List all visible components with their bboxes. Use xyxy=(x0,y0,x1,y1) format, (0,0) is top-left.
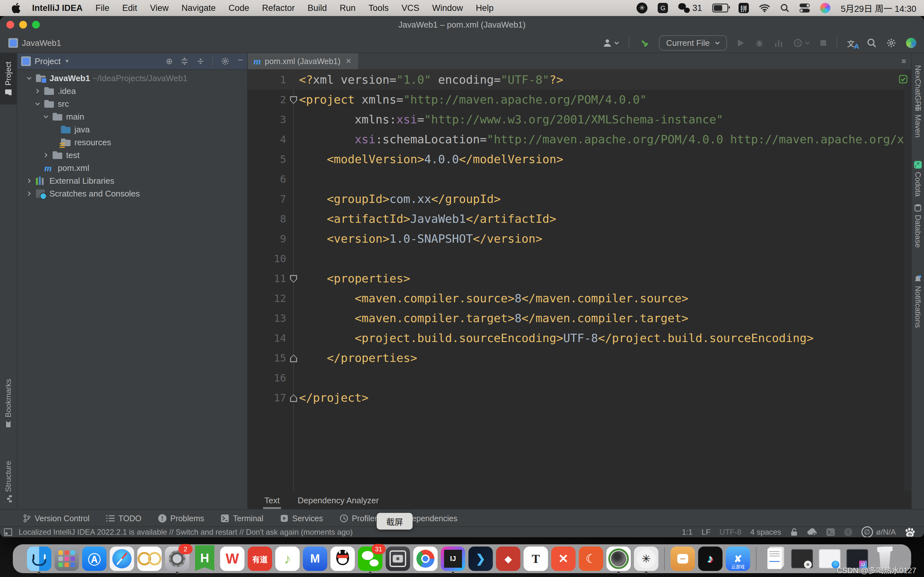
zoom-window-button[interactable] xyxy=(32,21,40,29)
tool-window-button-todo[interactable]: TODO xyxy=(106,514,142,523)
dock-icon-qq[interactable] xyxy=(330,546,355,571)
dock-icon-globe-g[interactable] xyxy=(606,546,631,571)
tree-item-pom-xml[interactable]: mpom.xml xyxy=(17,161,247,174)
dock-icon-youdao[interactable]: 有道 xyxy=(248,546,272,571)
tree-chevron-icon[interactable] xyxy=(35,88,41,94)
menu-item-file[interactable]: File xyxy=(89,3,116,13)
dock-icon-screenshot[interactable] xyxy=(386,546,410,571)
dock-icon-banner-h[interactable]: H xyxy=(192,546,217,571)
dock-icon-doc-stack[interactable] xyxy=(762,546,787,571)
tree-item-src[interactable]: src xyxy=(17,97,247,110)
baidu-input-paw-icon[interactable]: du xyxy=(905,527,915,537)
menubar-clock[interactable]: 5月29日 周一 14:30 xyxy=(841,2,916,15)
tool-stripe-project[interactable]: Project xyxy=(0,53,17,105)
dock-icon-wechat[interactable]: 31 xyxy=(358,546,383,571)
ide-services-icon[interactable] xyxy=(807,528,817,536)
tool-window-button-terminal[interactable]: Terminal xyxy=(221,514,263,523)
dock-icon-x-app[interactable]: ✕ xyxy=(551,546,575,571)
control-center-icon[interactable] xyxy=(800,3,810,13)
line-separator[interactable]: LF xyxy=(702,528,711,537)
tree-chevron-icon[interactable] xyxy=(26,178,33,184)
dock-icon-win-thumb-dark[interactable]: ✳ xyxy=(790,546,814,571)
tool-window-button-version-control[interactable]: Version Control xyxy=(23,514,89,523)
code-line-4[interactable]: 4 xsi:schemaLocation="http://maven.apach… xyxy=(248,129,911,149)
tree-chevron-icon[interactable] xyxy=(43,114,49,119)
tool-stripe-bookmarks[interactable]: Bookmarks xyxy=(0,374,17,433)
debug-button[interactable] xyxy=(754,38,764,48)
menu-item-build[interactable]: Build xyxy=(301,3,333,13)
tool-stripe-notifications[interactable]: Notifications xyxy=(912,277,924,325)
run-configuration-select[interactable]: Current File xyxy=(659,35,727,51)
menu-item-intellij-idea[interactable]: IntelliJ IDEA xyxy=(26,3,89,13)
tree-item-java[interactable]: java xyxy=(17,123,247,136)
terminal-status-icon[interactable] xyxy=(826,528,835,536)
profile-runs-button[interactable] xyxy=(774,38,783,48)
menu-item-window[interactable]: Window xyxy=(426,3,469,13)
dock-icon-chat-tan[interactable] xyxy=(670,546,695,571)
dock-icon-finder[interactable] xyxy=(27,546,51,571)
dock-icon-redis[interactable]: ◆ xyxy=(496,546,520,571)
code-line-14[interactable]: 14 <project.build.sourceEncoding>UTF-8</… xyxy=(248,328,911,348)
caret-position[interactable]: 1:1 xyxy=(682,528,692,537)
window-title-bar[interactable]: JavaWeb1 – pom.xml (JavaWeb1) xyxy=(0,16,924,33)
dock-icon-chatgpt[interactable]: ✳ xyxy=(634,546,658,571)
dock-icon-blue-m[interactable]: M xyxy=(303,546,327,571)
menu-item-tools[interactable]: Tools xyxy=(362,3,395,13)
tool-window-button-problems[interactable]: !Problems xyxy=(158,514,204,523)
translate-button[interactable]: 文A xyxy=(847,37,855,49)
code-editor[interactable]: 1<?xml version="1.0" encoding="UTF-8"?>2… xyxy=(248,70,911,491)
app-menubar-icon[interactable]: G xyxy=(658,3,668,13)
fold-marker-icon[interactable] xyxy=(290,275,297,283)
tool-stripe-database[interactable]: Database xyxy=(912,209,924,242)
project-panel-title[interactable]: Project xyxy=(35,56,61,66)
input-method-icon[interactable]: 拼 xyxy=(738,3,749,13)
tool-window-switcher-icon[interactable] xyxy=(4,528,12,536)
run-with-coverage-button[interactable] xyxy=(793,38,810,48)
dock-icon-moon[interactable]: ☾ xyxy=(579,546,603,571)
inspections-ok-icon[interactable] xyxy=(899,75,907,83)
menu-item-run[interactable]: Run xyxy=(333,3,362,13)
dock-icon-chrome[interactable] xyxy=(413,546,438,571)
code-line-12[interactable]: 12 <maven.compiler.source>8</maven.compi… xyxy=(248,288,911,308)
minimize-window-button[interactable] xyxy=(19,21,27,29)
editor-options-icon[interactable]: ≡ xyxy=(901,57,906,66)
tool-stripe-structure[interactable]: Structure xyxy=(0,455,17,508)
apple-menu-icon[interactable] xyxy=(6,3,26,13)
menu-item-refactor[interactable]: Refactor xyxy=(256,3,301,13)
tool-window-button-services[interactable]: Services xyxy=(280,514,323,523)
tree-item-resources[interactable]: resources xyxy=(17,136,247,149)
collapse-all-button[interactable] xyxy=(196,57,205,65)
wechat-menubar-icon[interactable] xyxy=(678,3,690,13)
panel-settings-button[interactable] xyxy=(221,57,230,66)
lock-icon[interactable] xyxy=(790,528,798,536)
search-everywhere-button[interactable] xyxy=(867,38,877,48)
dock-icon-dark-arrow[interactable]: ❯ xyxy=(468,546,493,571)
tool-stripe-codota[interactable]: >_Codota xyxy=(912,163,924,195)
menu-item-navigate[interactable]: Navigate xyxy=(175,3,222,13)
tree-item-main[interactable]: main xyxy=(17,110,247,123)
code-line-5[interactable]: 5 <modelVersion>4.0.0</modelVersion> xyxy=(248,149,911,169)
code-line-3[interactable]: 3 xmlns:xsi="http://www.w3.org/2001/XMLS… xyxy=(248,110,911,129)
dock-icon-rings[interactable] xyxy=(137,546,162,571)
expand-all-button[interactable] xyxy=(180,57,189,65)
code-line-2[interactable]: 2<project xmlns="http://maven.apache.org… xyxy=(248,90,911,110)
dock-icon-settings[interactable]: 2 xyxy=(165,546,189,571)
tree-item--idea[interactable]: .idea xyxy=(17,85,247,97)
chevron-down-icon[interactable]: ▼ xyxy=(65,58,69,64)
code-line-10[interactable]: 10 xyxy=(248,249,911,269)
fold-marker-icon[interactable] xyxy=(290,394,297,402)
menu-item-edit[interactable]: Edit xyxy=(116,3,144,13)
fold-marker-icon[interactable] xyxy=(290,96,297,104)
dock-icon-idea[interactable]: IJ xyxy=(441,546,465,571)
code-line-13[interactable]: 13 <maven.compiler.target>8</maven.compi… xyxy=(248,308,911,328)
dock-icon-cloud-game[interactable]: ✘云游戏 xyxy=(726,546,750,571)
tree-item-scratches-and-consoles[interactable]: Scratches and Consoles xyxy=(17,187,247,200)
stop-button[interactable] xyxy=(819,39,827,47)
editor-view-tab-text[interactable]: Text xyxy=(257,491,288,510)
status-message[interactable]: Localized IntelliJ IDEA 2022.2.1 is avai… xyxy=(19,528,352,537)
tree-chevron-icon[interactable] xyxy=(26,75,33,81)
hide-panel-button[interactable]: − xyxy=(237,55,243,65)
code-line-8[interactable]: 8 <artifactId>JavaWeb1</artifactId> xyxy=(248,209,911,229)
dock-icon-app-store[interactable]: Ⓐ xyxy=(82,546,107,571)
editor-scrollbar[interactable] xyxy=(904,70,911,491)
